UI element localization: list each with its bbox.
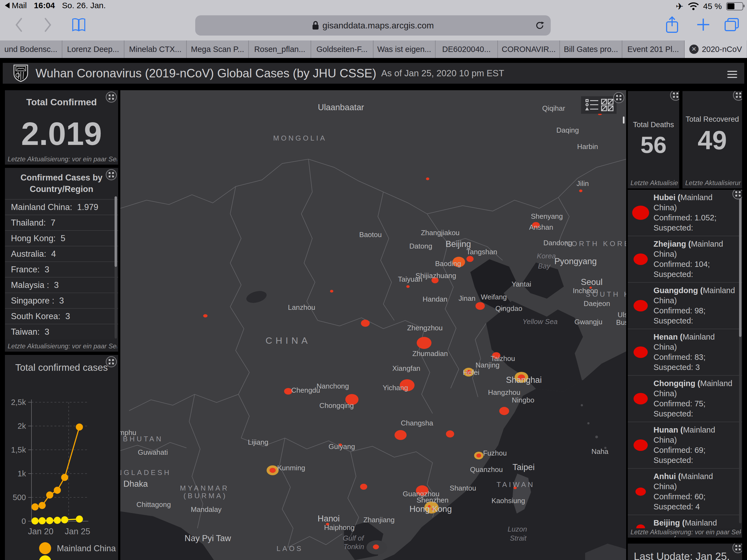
map-label: Handan [422, 295, 447, 303]
country-row[interactable]: Thailand:7 [5, 215, 118, 230]
region-row[interactable]: Chongqing (Mainland China)Confirmed: 75;… [628, 375, 742, 422]
browser-tab[interactable]: Goldseiten-F... [311, 41, 374, 58]
safari-toolbar: gisanddata.maps.arcgis.com [0, 11, 747, 41]
map-label: Chengdu [291, 386, 320, 394]
browser-tab-active[interactable]: ✕2020-nCoV [685, 41, 747, 58]
total-recovered-panel: Total Recovered 49 Letzte Aktualisierung… [682, 91, 742, 188]
region-row[interactable]: Anhui (Mainland China)Confirmed: 60;Susp… [628, 468, 742, 515]
back-to-app-icon [5, 2, 9, 8]
expand-icon[interactable] [613, 92, 624, 103]
expand-icon[interactable] [670, 91, 679, 101]
browser-tab[interactable]: CORONAVIR... [498, 41, 560, 58]
browser-tab[interactable]: DE6020040... [436, 41, 498, 58]
browser-tab[interactable]: Minelab CTX... [124, 41, 187, 58]
case-dot[interactable] [203, 314, 208, 317]
browser-tab[interactable]: Event 201 Pl... [622, 41, 685, 58]
map-label: NORTH KOREA [564, 239, 626, 248]
map-label: Zhumadian [412, 350, 448, 358]
browser-tab[interactable]: Rosen_pflan... [249, 41, 311, 58]
reload-button[interactable] [535, 21, 545, 30]
map-canvas[interactable]: UlaanbaatarMONGOLIAQiqiharDaqingHarbinJi… [120, 90, 626, 560]
by-country-title-2: Country/Region [5, 184, 118, 194]
browser-tab[interactable]: und Bodensc... [0, 41, 62, 58]
country-row[interactable]: South Korea:3 [5, 308, 118, 324]
country-row[interactable]: France:3 [5, 261, 118, 277]
country-row[interactable]: Malaysia :3 [5, 277, 118, 292]
browser-tab[interactable]: Mega Scan P... [187, 41, 249, 58]
country-row[interactable]: Singapore :3 [5, 292, 118, 308]
forward-button[interactable] [43, 17, 52, 33]
map-label: Ulsan [618, 311, 626, 319]
country-row[interactable]: Australia:4 [5, 246, 118, 261]
svg-text:Jan 25: Jan 25 [65, 527, 90, 536]
case-dot[interactable] [373, 544, 379, 549]
expand-icon[interactable] [733, 91, 742, 101]
country-row[interactable]: Mainland China:1.979 [5, 199, 118, 215]
country-row[interactable]: Taiwan:3 [5, 324, 118, 339]
expand-icon[interactable] [106, 169, 117, 180]
country-list-scrollbar-thumb[interactable] [114, 196, 117, 267]
browser-tab[interactable]: Lorenz Deep... [62, 41, 125, 58]
dashboard-page: Wuhan Coronavirus (2019-nCoV) Global Cas… [0, 58, 747, 560]
map-label: Jilin [577, 179, 589, 187]
map-label: Zhangjiakou [421, 229, 460, 237]
region-row[interactable]: Henan (Mainland China)Confirmed: 83;Susp… [628, 329, 742, 375]
map-label: Hong Kong [409, 504, 452, 514]
by-country-panel: Confirmed Cases by Country/Region Mainla… [5, 168, 118, 352]
region-row[interactable]: Hunan (Mainland China)Confirmed: 69;Susp… [628, 422, 742, 468]
map-label: Gulf of [343, 534, 364, 542]
svg-text:Mainland China: Mainland China [57, 543, 116, 553]
case-dot[interactable] [269, 468, 276, 473]
region-row[interactable]: Guangdong (Mainland China)Confirmed: 98;… [628, 282, 742, 329]
share-button[interactable] [665, 16, 679, 33]
map-label: Hefei [463, 368, 480, 377]
close-tab-icon[interactable]: ✕ [689, 45, 699, 54]
region-row[interactable]: Zhejiang (Mainland China)Confirmed: 104;… [628, 236, 742, 282]
country-row[interactable]: Hong Kong:5 [5, 230, 118, 246]
expand-icon[interactable] [732, 190, 742, 200]
expand-icon[interactable] [106, 356, 117, 367]
map-label: Luzon [508, 525, 527, 533]
case-dot[interactable] [446, 430, 454, 437]
case-dot[interactable] [361, 320, 370, 327]
case-dot[interactable] [360, 484, 367, 490]
last-update-text: Last Update: Jan 25, 2020 10 pm EST [628, 543, 742, 560]
case-dot[interactable] [406, 285, 410, 288]
map-label: Kaohsiung [492, 497, 525, 505]
case-dot[interactable] [475, 302, 485, 310]
case-dot[interactable] [476, 454, 481, 458]
regions-scrollbar-thumb[interactable] [739, 192, 742, 337]
case-dot[interactable] [426, 177, 429, 180]
clock: 16:04 [34, 1, 55, 10]
map-label: Chongqing [319, 401, 354, 410]
map-scrollbar[interactable] [623, 117, 624, 124]
case-dot[interactable] [394, 430, 407, 440]
back-to-app[interactable]: Mail [5, 1, 27, 10]
menu-button[interactable] [727, 69, 737, 77]
map-label: Baotou [359, 230, 382, 239]
new-tab-button[interactable] [696, 18, 711, 32]
region-text: Chongqing (Mainland China)Confirmed: 75;… [653, 378, 737, 419]
back-button[interactable] [14, 17, 24, 33]
regions-list: Hubei (Mainland China)Confirmed: 1.052;S… [628, 190, 742, 538]
map-label: Fuzhou [483, 449, 507, 457]
case-dot[interactable] [417, 337, 432, 349]
url-bar[interactable]: gisanddata.maps.arcgis.com [195, 15, 551, 35]
case-dot[interactable] [579, 189, 583, 192]
case-dot[interactable] [330, 290, 333, 292]
map-label: Chittagong [136, 501, 171, 509]
browser-tab[interactable]: Bill Gates pro... [560, 41, 622, 58]
map-panel[interactable]: UlaanbaatarMONGOLIAQiqiharDaqingHarbinJi… [120, 90, 626, 560]
map-label: Zhengzhou [407, 324, 443, 332]
bookmarks-button[interactable] [72, 18, 86, 32]
ios-status-bar: Mail 16:04 So. 26. Jan. ✈ 45 % [0, 0, 747, 11]
tabs-overview-button[interactable] [724, 18, 739, 32]
region-row[interactable]: Hubei (Mainland China)Confirmed: 1.052;S… [628, 190, 742, 236]
map-label: Changsha [401, 419, 433, 427]
expand-icon[interactable] [732, 543, 742, 554]
expand-icon[interactable] [106, 91, 117, 103]
case-dot[interactable] [499, 407, 509, 415]
browser-tab[interactable]: Was ist eigen... [374, 41, 436, 58]
map-label: Seoul [581, 277, 602, 287]
case-dot[interactable] [466, 256, 473, 262]
